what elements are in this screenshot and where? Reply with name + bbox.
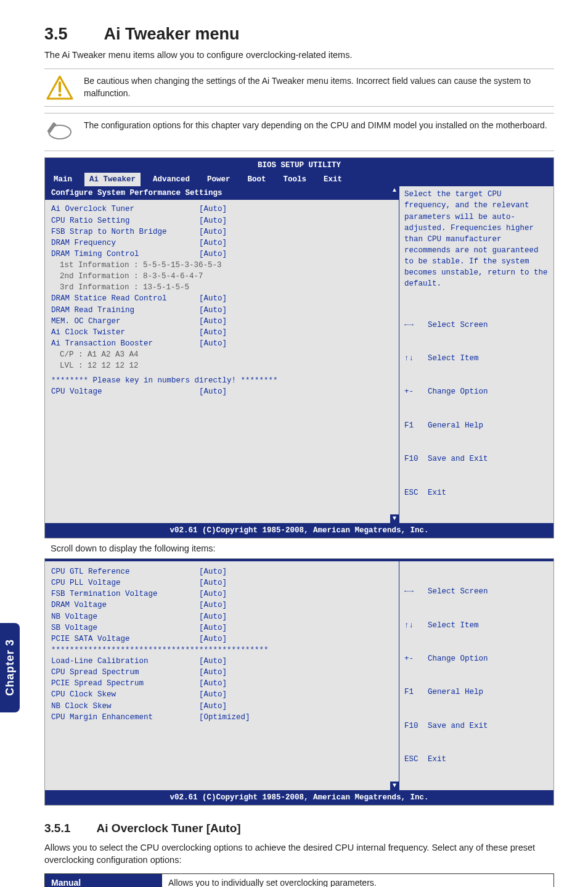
bios-tab-main: Main	[49, 173, 77, 186]
warning-icon	[44, 75, 75, 100]
svg-rect-4	[47, 122, 56, 133]
bios-row: NB Voltage[Auto]	[51, 611, 394, 622]
bios-copyright: v02.61 (C)Copyright 1985-2008, American …	[45, 523, 553, 538]
subsection-heading: 3.5.1 Ai Overclock Tuner [Auto]	[44, 822, 554, 835]
bios-subinfo: C/P : A1 A2 A3 A4	[51, 349, 394, 360]
bios-screenshot-2: CPU GTL Reference[Auto] CPU PLL Voltage[…	[44, 558, 554, 806]
scroll-instruction: Scroll down to display the following ite…	[51, 543, 554, 553]
bios-tab-advanced: Advanced	[148, 173, 195, 186]
subsection-number: 3.5.1	[44, 822, 94, 835]
bios-row: Ai Overclock Tuner[Auto]	[51, 204, 394, 215]
bios-tab-power: Power	[202, 173, 235, 186]
bios-row: CPU Ratio Setting[Auto]	[51, 215, 394, 226]
bios-key-legend: ←→Select Screen ↑↓Select Item +-Change O…	[404, 564, 549, 788]
bios-tab-boot: Boot	[243, 173, 271, 186]
bios-row: CPU Margin Enhancement[Optimized]	[51, 712, 394, 723]
scroll-down-icon: ▼	[390, 782, 399, 790]
bios-starline: ******** Please key in numbers directly!…	[51, 375, 394, 386]
bios-subinfo: 2nd Information : 8-3-5-4-6-4-7	[51, 271, 394, 282]
bios-row: PCIE Spread Spectrum[Auto]	[51, 678, 394, 689]
note-text: The configuration options for this chapt…	[84, 120, 554, 132]
bios-row: DRAM Voltage[Auto]	[51, 600, 394, 611]
bios-row: NB Clock Skew[Auto]	[51, 701, 394, 712]
bios-subinfo: 1st Information : 5-5-5-15-3-36-5-3	[51, 260, 394, 271]
table-row: Manual Allows you to individually set ov…	[45, 874, 554, 887]
bios-row: FSB Strap to North Bridge[Auto]	[51, 226, 394, 237]
option-desc: Allows you to individually set overclock…	[162, 874, 554, 887]
bios-menubar: Main Ai Tweaker Advanced Power Boot Tool…	[45, 173, 553, 186]
scroll-up-icon: ▲	[390, 186, 399, 195]
bios-row: Load-Line Calibration[Auto]	[51, 656, 394, 667]
chapter-side-label: Chapter 3	[4, 639, 17, 696]
subsection-title: Ai Overclock Tuner [Auto]	[97, 822, 241, 835]
bios-tab-ai-tweaker: Ai Tweaker	[84, 173, 141, 186]
bios-row: DRAM Statice Read Control[Auto]	[51, 293, 394, 304]
bios-row: DRAM Timing Control[Auto]	[51, 249, 394, 260]
bios-row: CPU PLL Voltage[Auto]	[51, 577, 394, 588]
bios-tab-exit: Exit	[319, 173, 347, 186]
bios-panel-header: Configure System Performance Settings	[45, 186, 399, 200]
bios-screenshot-1: BIOS SETUP UTILITY Main Ai Tweaker Advan…	[44, 157, 554, 538]
bios-tab-tools: Tools	[279, 173, 312, 186]
bios-starline: ****************************************…	[51, 645, 394, 656]
bios-row: DRAM Frequency[Auto]	[51, 237, 394, 249]
section-heading: 3.5 Ai Tweaker menu	[44, 25, 554, 44]
scroll-down-icon: ▼	[390, 514, 399, 523]
bios-row: SB Voltage[Auto]	[51, 622, 394, 633]
bios-row: CPU Voltage[Auto]	[51, 386, 394, 397]
caution-text: Be cautious when changing the settings o…	[84, 75, 554, 99]
svg-point-2	[59, 94, 62, 97]
bios-subinfo: 3rd Information : 13-5-1-5-5	[51, 282, 394, 293]
subsection-body: Allows you to select the CPU overclockin…	[44, 841, 554, 867]
bios-help-text: Select the target CPU frequency, and the…	[404, 189, 549, 289]
bios-row: PCIE SATA Voltage[Auto]	[51, 633, 394, 645]
bios-subinfo: LVL : 12 12 12 12	[51, 360, 394, 371]
bios-row: FSB Termination Voltage[Auto]	[51, 588, 394, 600]
section-lead: The Ai Tweaker menu items allow you to c…	[44, 50, 554, 60]
option-key: Manual	[45, 874, 162, 887]
bios-row: DRAM Read Training[Auto]	[51, 305, 394, 316]
note-icon	[44, 120, 75, 144]
bios-row: MEM. OC Charger[Auto]	[51, 316, 394, 327]
bios-copyright: v02.61 (C)Copyright 1985-2008, American …	[45, 790, 553, 805]
bios-row: CPU Clock Skew[Auto]	[51, 689, 394, 700]
bios-row: CPU Spread Spectrum[Auto]	[51, 667, 394, 678]
chapter-side-tab: Chapter 3	[0, 623, 20, 712]
note-callout: The configuration options for this chapt…	[44, 113, 554, 151]
section-number: 3.5	[44, 25, 100, 44]
bios-row: Ai Clock Twister[Auto]	[51, 327, 394, 338]
bios-row: CPU GTL Reference[Auto]	[51, 566, 394, 577]
caution-callout: Be cautious when changing the settings o…	[44, 68, 554, 107]
bios-row: Ai Transaction Booster[Auto]	[51, 338, 394, 349]
options-table: Manual Allows you to individually set ov…	[44, 873, 554, 887]
section-title: Ai Tweaker menu	[104, 25, 240, 43]
bios-key-legend: ←→Select Screen ↑↓Select Item +-Change O…	[404, 297, 549, 521]
bios-title: BIOS SETUP UTILITY	[45, 158, 553, 173]
